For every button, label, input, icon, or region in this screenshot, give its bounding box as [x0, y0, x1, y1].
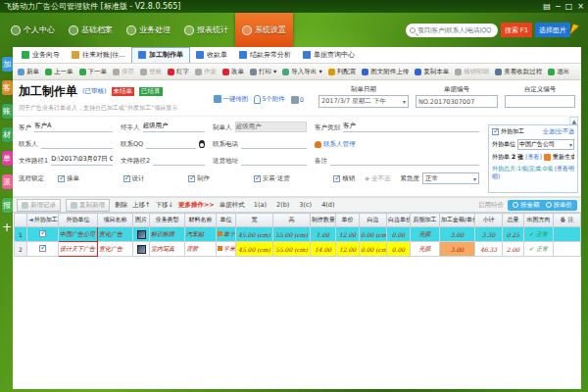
cell-note[interactable] — [554, 227, 581, 242]
column-header[interactable]: 材料名称 — [185, 214, 217, 227]
nav-item[interactable]: 个人中心 — [4, 13, 62, 47]
toolbar-button[interactable]: 列配置 — [325, 67, 360, 77]
price-mode-radio[interactable]: 按金额 — [513, 201, 540, 210]
cell-direction[interactable]: ✓ 正常 — [524, 227, 554, 242]
cell-width[interactable]: 45.00 (cm) — [236, 242, 273, 257]
column-header[interactable]: 高 — [273, 214, 311, 227]
copy-add-row-button[interactable]: 复制新增 — [66, 199, 110, 212]
column-header[interactable]: 单位 — [217, 214, 236, 227]
contact-manage-link[interactable]: 联系人管理 — [315, 140, 356, 149]
column-header[interactable]: 备 注 — [554, 214, 581, 227]
add-module-button[interactable]: + — [2, 221, 13, 236]
more-actions-link[interactable]: 更多操作>> — [178, 201, 215, 210]
toolbar-button[interactable]: 改单 — [220, 67, 247, 77]
sidebar-module-button[interactable]: 报 — [2, 198, 13, 213]
deselect-all-link[interactable]: 全不选 — [557, 127, 574, 134]
sidebar-module-button[interactable]: 材 — [2, 127, 13, 142]
print-count[interactable]: 0 — [291, 96, 304, 104]
process-lock-checkbox[interactable]: 设计 — [123, 174, 145, 183]
column-header[interactable]: 总量 — [503, 214, 524, 227]
cell-outsource-unit[interactable]: 中国广告公司 — [59, 227, 98, 242]
toolbar-button[interactable]: 退出 — [545, 67, 572, 77]
search-input[interactable] — [417, 26, 494, 33]
cell-qty[interactable]: 1.00 — [311, 227, 336, 242]
delete-row-button[interactable]: 删除 — [115, 201, 127, 210]
search-button[interactable]: 搜索 F1 — [501, 23, 532, 37]
cell-business-type[interactable]: 室内写真 — [150, 242, 185, 257]
handler-input[interactable]: 超级用户 — [143, 122, 206, 132]
cell-height[interactable]: 55.00 (cm) — [273, 227, 311, 242]
cell-margin[interactable]: 0.00 (cm) — [360, 227, 387, 242]
table-row[interactable]: 2设计天下广告宣化广告室内写真背胶平米45.00 (cm)55.00 (cm)1… — [15, 242, 581, 257]
process-lock-checkbox[interactable]: 接单 — [58, 174, 79, 183]
cell-image[interactable] — [133, 242, 150, 257]
outsource-unit-input[interactable]: 中国广告公司▾ — [517, 139, 574, 150]
cell-note[interactable] — [554, 242, 581, 257]
file-path2-input[interactable] — [153, 155, 205, 166]
style-tab[interactable]: 2(b) — [272, 200, 293, 210]
cell-direction[interactable]: ✓ 正常 — [524, 242, 554, 257]
tab[interactable]: 加工制作单 — [131, 47, 190, 63]
cell-qty[interactable]: 14.00 — [311, 242, 336, 257]
column-header[interactable]: 小计 — [475, 214, 503, 227]
deselect-all-link[interactable]: ◆ 全不选 — [365, 174, 390, 183]
cell-subtotal[interactable]: 46.33 — [475, 242, 503, 257]
cell-subtotal[interactable]: 3.30 — [475, 227, 503, 242]
column-header[interactable]: 业务类型 — [150, 214, 185, 227]
view-orders-link[interactable]: [查看] — [525, 153, 542, 162]
sidebar-module-button[interactable]: 加 — [2, 57, 13, 72]
cell-image[interactable] — [133, 227, 150, 242]
cell-post-process[interactable]: 亮膜 — [411, 242, 440, 257]
customer-input[interactable]: 客户A — [34, 122, 113, 132]
add-row-button[interactable]: 新增记录 — [17, 199, 61, 212]
nav-item[interactable]: 基础档案 — [62, 13, 120, 47]
cell-margin-price[interactable]: 0.00 — [387, 242, 411, 257]
toolbar-button[interactable]: 查看收款过程 — [492, 67, 545, 77]
contact-input[interactable] — [41, 138, 114, 149]
minimize-button[interactable]: ─ — [556, 1, 561, 13]
cell-process-fee[interactable]: 3.00 — [440, 242, 475, 257]
cell-project-name[interactable]: 宣化广告 — [98, 242, 133, 257]
sidebar-module-button[interactable]: 派 — [2, 174, 13, 189]
cell-outsource-unit[interactable]: 设计天下广告 — [59, 242, 98, 257]
maximize-button[interactable]: □ — [565, 1, 573, 13]
toolbar-button[interactable]: 核销明细 — [452, 67, 492, 77]
skin-icon[interactable]: ▤ — [543, 1, 551, 13]
cell-unit[interactable]: 平米 — [217, 242, 236, 257]
cell-material[interactable]: 汽车贴 — [185, 227, 217, 242]
tab[interactable]: 业务向导 — [16, 48, 66, 63]
toolbar-button[interactable]: 下一单 — [76, 67, 111, 77]
column-header[interactable]: 宽 — [236, 214, 273, 227]
outsource-checkbox[interactable] — [492, 128, 499, 135]
one-key-send-link[interactable]: 一键传图 — [214, 95, 248, 104]
price-mode-radio[interactable]: 按单价 — [546, 201, 573, 210]
remark-input[interactable] — [330, 155, 479, 166]
contact-qq-input[interactable] — [146, 138, 196, 149]
cell-unit-price[interactable]: 12.00 — [336, 227, 360, 242]
column-header[interactable]: 单价 — [336, 214, 360, 227]
order-number-input[interactable]: NO.20170307007 — [416, 95, 498, 108]
order-date-input[interactable]: 2017/3/7 星期二 下午▾ — [318, 95, 409, 108]
move-down-button[interactable]: 下移↓ — [155, 201, 172, 210]
column-header[interactable]: 白边单价 — [387, 214, 411, 227]
style-tab[interactable]: 4(d) — [318, 200, 338, 210]
sidebar-module-button[interactable]: 客 — [2, 80, 13, 95]
cell-unit[interactable]: 单个 — [217, 227, 236, 242]
toolbar-button[interactable]: 作废 — [192, 67, 220, 77]
qq-icon[interactable] — [199, 140, 205, 148]
sidebar-module-button[interactable]: 单 — [2, 151, 13, 166]
row-outsource-checkbox[interactable] — [27, 227, 59, 242]
file-path1-input[interactable]: D:\2017\03月07日 C:\Users — [51, 155, 113, 166]
cell-business-type[interactable]: 标识标牌 — [150, 227, 185, 242]
cell-project-name[interactable]: 宣化广告 — [98, 227, 133, 242]
column-header[interactable]: 出图方向 — [524, 214, 554, 227]
style-tab[interactable]: 3(c) — [295, 200, 316, 210]
row-outsource-checkbox[interactable] — [27, 242, 59, 257]
process-lock-checkbox[interactable]: 安装·送货 — [254, 174, 290, 183]
process-lock-checkbox[interactable]: 核销 — [333, 174, 355, 183]
cell-process-fee[interactable]: 3.00 — [440, 227, 475, 242]
style-tab[interactable]: 1(a) — [250, 200, 270, 210]
regenerate-link[interactable]: 重新生成 — [553, 153, 574, 162]
toolbar-button[interactable]: 打印 ▾ — [247, 67, 279, 77]
tab[interactable]: 单据查询中心 — [297, 48, 361, 63]
